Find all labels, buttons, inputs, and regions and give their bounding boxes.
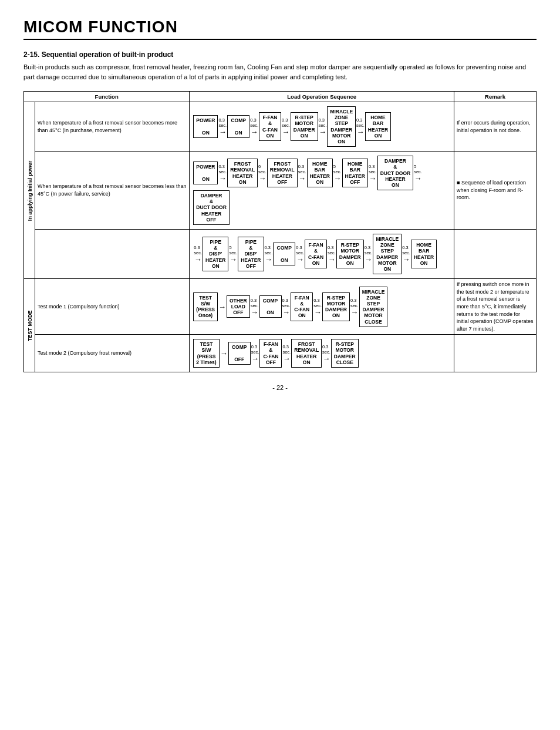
block-ffan-cfan-off-5: F-FAN&C-FANOFF: [259, 339, 282, 368]
arrow-4-5: 0.3sec.→: [350, 298, 359, 316]
sequence-cell-1: POWERON 0.3sec.→ COMPON 0.3sec.→ F-FAN&C…: [190, 102, 454, 152]
block-home-bar-3: HOMEBARHEATERON: [411, 240, 437, 268]
col-header-remark: Remark: [454, 92, 537, 102]
remark-cell-5: [454, 335, 537, 372]
arrow-2-1: 0.3sec.→: [218, 164, 227, 182]
block-pipe-disp-off: PIPE&DISP'HEATEROFF: [238, 237, 264, 271]
block-home-bar-heater-off: HOMEBARHEATEROFF: [342, 159, 368, 187]
sequence-cell-5: TESTS/W(PRESS2 Times) → COMPOFF 0.3sec.→…: [190, 335, 454, 372]
block-damper-duct-on: DAMPER&DUCT DOORHEATERON: [377, 156, 413, 190]
arrow-2-5: 0.3sec.→: [369, 164, 377, 182]
table-row: In applying Initial power When temperatu…: [24, 102, 537, 152]
block-miracle-zone-3: MIRACLEZONESTEPDAMPERMOTORON: [373, 234, 402, 274]
block-frost-removal-off: FROSTREMOVALHEATEROFF: [267, 159, 298, 187]
remark-cell-4: If pressing switch once more in the test…: [454, 279, 537, 335]
col-header-function: Function: [24, 92, 190, 102]
page-title: MICOM FUNCTION: [23, 18, 537, 36]
table-row: 0.3sec.→ PIPE&DISP'HEATERON 5sec.→ PIPE&…: [24, 230, 537, 279]
block-test-sw-1: TESTS/W(PRESSOnce): [193, 292, 218, 321]
arrow-3-4: 0.3sec.→: [328, 245, 336, 263]
block-power-on-2: POWERON: [193, 162, 218, 184]
section-heading: 2-15. Sequential operation of built-in p…: [23, 51, 537, 59]
sequence-cell-4: TESTS/W(PRESSOnce) → OTHERLOADOFF 0.3sec…: [190, 279, 454, 335]
remark-cell-1: If error occurs during operation, initia…: [454, 102, 537, 152]
table-row: Test mode 2 (Compulsory frost removal) T…: [24, 335, 537, 372]
arrow-4-2: 0.3sec.→: [251, 298, 259, 316]
block-ffan-cfan-4: F-FAN&C-FANON: [291, 292, 313, 321]
arrow-2: 0.3sec.→: [250, 117, 258, 136]
block-home-bar-1: HOMEBARHEATERON: [365, 112, 391, 141]
block-miracle-zone-step-close: MIRACLEZONESTEPDAMPERMOTORCLOSE: [359, 287, 388, 327]
sequence-cell-3: 0.3sec.→ PIPE&DISP'HEATERON 5sec.→ PIPE&…: [190, 230, 454, 279]
arrow-5-1: →: [220, 349, 228, 357]
remark-cell-3: [454, 230, 537, 279]
row-label-initial-power: In applying Initial power: [24, 102, 35, 279]
block-frost-removal-heater-on-5: FROSTREMOVALHEATERON: [291, 339, 322, 368]
sequence-cell-2: POWERON 0.3sec.→ FROSTREMOVALHEATERON 6s…: [190, 152, 454, 230]
arrow-4-4: 0.3sec.→: [313, 298, 322, 316]
block-test-sw-2: TESTS/W(PRESS2 Times): [193, 339, 219, 368]
block-rstep-4: R-STEPMOTORDAMPERON: [322, 292, 350, 321]
arrow-5-4: 0.3sec.→: [322, 344, 330, 362]
table-row: TEST MODE Test mode 1 (Compulsory functi…: [24, 279, 537, 335]
block-comp-off-5: COMPOFF: [228, 342, 251, 365]
arrow-4: 0.3sec.→: [319, 117, 327, 136]
block-frost-removal-heater-on: FROSTREMOVALHEATERON: [227, 159, 258, 187]
arrow-2-6: 5sec.→: [414, 164, 422, 182]
arrow-3-0: 0.3sec.→: [194, 245, 202, 263]
row-label-test-mode: TEST MODE: [24, 279, 35, 372]
block-pipe-disp-on: PIPE&DISP'HEATERON: [203, 237, 228, 271]
block-ffan-cfan-3: F-FAN&C-FANON: [305, 240, 327, 268]
arrow-2-4: 5sec.→: [333, 164, 342, 182]
col-header-sequence: Load Operation Sequence: [190, 92, 454, 102]
block-comp-on-3: COMPON: [273, 243, 295, 265]
block-rstep-damper-close-5: R-STEPMOTORDAMPERCLOSE: [331, 339, 359, 368]
block-rstep-3: R-STEPMOTORDAMPERON: [336, 240, 364, 268]
function-cell-5: Test mode 2 (Compulsory frost removal): [35, 335, 190, 372]
arrow-1: 0.3sec.→: [218, 117, 227, 136]
arrow-3-6: 0.3sec.→: [402, 245, 410, 263]
arrow-5-3: 0.3sec.→: [282, 344, 291, 362]
remark-cell-2: ■ Sequence of load operation when closin…: [454, 152, 537, 230]
block-comp-on-4: COMPON: [259, 295, 282, 318]
function-cell-4: Test mode 1 (Compulsory function): [35, 279, 190, 335]
arrow-2-2: 6sec.→: [258, 164, 266, 182]
arrow-3-5: 0.3sec.→: [365, 245, 373, 263]
arrow-3-1: 5sec.→: [229, 245, 237, 263]
page-number: - 22 -: [23, 384, 537, 391]
block-home-bar-heater-on-2: HOMEBARHEATERON: [307, 159, 333, 187]
arrow-3: 0.3sec.→: [282, 117, 290, 136]
arrow-2-3: 0.3sec.→: [298, 164, 306, 182]
function-cell-1: When temperature of a frost removal sens…: [35, 102, 190, 152]
block-power-on-1: POWERON: [193, 115, 218, 138]
arrow-4-1: →: [218, 303, 226, 311]
block-damper-duct-off: DAMPER&DUCT DOORHEATEROFF: [193, 190, 229, 225]
block-miracle-zone-1: MIRACLEZONESTEPDAMPERMOTORON: [327, 106, 356, 147]
arrow-4-3: 0.3sec.→: [282, 298, 291, 316]
main-table: Function Load Operation Sequence Remark …: [23, 91, 537, 372]
arrow-3-2: 0.3sec.→: [265, 245, 273, 263]
description-text: Built-in products such as compressor, fr…: [23, 62, 537, 82]
title-divider: [23, 39, 537, 40]
function-cell-2: When temperature of a frost removal sens…: [35, 152, 190, 230]
arrow-5: 0.3sec.→: [356, 117, 365, 136]
table-row: When temperature of a frost removal sens…: [24, 152, 537, 230]
arrow-5-2: 0.3sec.→: [251, 344, 259, 362]
block-rstep-1: R-STEPMOTORDAMPERON: [291, 112, 318, 141]
block-other-load-off: OTHERLOADOFF: [227, 295, 250, 318]
block-ffan-cfan-1: F-FAN&C-FANON: [259, 112, 281, 141]
arrow-3-3: 0.3sec.→: [296, 245, 304, 263]
function-cell-3: [35, 230, 190, 279]
block-comp-on-1: COMPON: [227, 115, 249, 138]
